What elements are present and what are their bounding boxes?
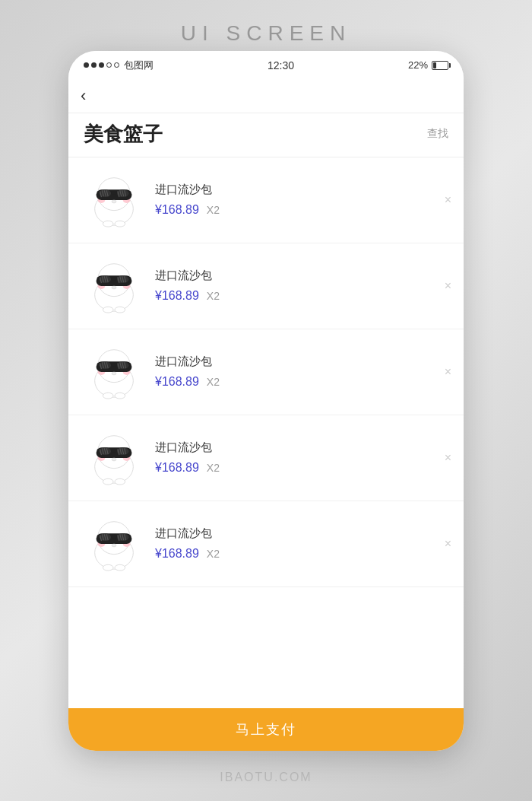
item-info: 进口流沙包 ¥168.89 X2: [144, 526, 448, 561]
character-illustration: [84, 170, 144, 230]
dot2: [91, 62, 97, 68]
item-image: [84, 256, 144, 316]
svg-point-35: [112, 286, 116, 289]
svg-point-56: [115, 393, 125, 399]
item-quantity: X2: [207, 204, 220, 216]
bottom-label: IBAOTU.COM: [220, 771, 312, 784]
item-price: ¥168.89: [155, 547, 199, 561]
dot5: [114, 62, 119, 68]
svg-rect-45: [111, 364, 117, 366]
battery-percent: 22%: [408, 59, 428, 71]
svg-point-37: [115, 307, 125, 313]
battery-fill: [433, 62, 436, 68]
item-name: 进口流沙包: [155, 183, 448, 197]
remove-item-button[interactable]: ×: [445, 537, 451, 551]
svg-point-92: [112, 544, 116, 547]
status-bar: 包图网 12:30 22%: [68, 51, 464, 80]
cart-item: 进口流沙包 ¥168.89 X2 ×: [68, 415, 464, 501]
cart-item: 进口流沙包 ¥168.89 X2 ×: [68, 329, 464, 415]
search-button[interactable]: 查找: [427, 127, 448, 141]
svg-rect-83: [111, 536, 117, 538]
svg-point-18: [115, 221, 125, 227]
item-price: ¥168.89: [155, 461, 199, 475]
svg-point-36: [103, 307, 113, 313]
dot1: [84, 62, 89, 68]
item-bottom: ¥168.89 X2: [155, 289, 448, 303]
item-info: 进口流沙包 ¥168.89 X2: [144, 269, 448, 303]
svg-point-17: [103, 221, 113, 227]
svg-rect-26: [111, 278, 117, 280]
item-bottom: ¥168.89 X2: [155, 461, 448, 475]
cart-item: 进口流沙包 ¥168.89 X2 ×: [68, 501, 464, 587]
svg-rect-64: [111, 450, 117, 452]
remove-item-button[interactable]: ×: [445, 279, 451, 293]
cart-item: 进口流沙包 ¥168.89 X2 ×: [68, 243, 464, 329]
pay-button-label: 马上支付: [236, 720, 296, 739]
page-label: UI SCREEN: [181, 21, 351, 46]
signal-dots: [84, 62, 119, 68]
character-illustration: [84, 514, 144, 574]
character-illustration: [84, 256, 144, 316]
item-image: [84, 428, 144, 488]
dot4: [106, 62, 112, 68]
remove-item-button[interactable]: ×: [445, 193, 451, 207]
svg-point-94: [115, 564, 125, 571]
item-price: ¥168.89: [155, 203, 199, 217]
character-illustration: [84, 342, 144, 402]
item-quantity: X2: [207, 548, 220, 560]
item-image: [84, 170, 144, 230]
item-bottom: ¥168.89 X2: [155, 547, 448, 561]
cart-list: 进口流沙包 ¥168.89 X2 ×: [68, 157, 464, 708]
item-bottom: ¥168.89 X2: [155, 375, 448, 389]
carrier-label: 包图网: [124, 59, 154, 72]
status-right: 22%: [408, 59, 448, 71]
item-image: [84, 342, 144, 402]
phone-frame: 包图网 12:30 22% ‹ 美食篮子 查找: [68, 51, 464, 751]
remove-item-button[interactable]: ×: [445, 365, 451, 379]
item-bottom: ¥168.89 X2: [155, 203, 448, 217]
remove-item-button[interactable]: ×: [445, 451, 451, 465]
item-image: [84, 513, 144, 574]
svg-point-54: [112, 372, 116, 375]
cart-item: 进口流沙包 ¥168.89 X2 ×: [68, 157, 464, 243]
item-name: 进口流沙包: [155, 269, 448, 283]
svg-rect-7: [111, 192, 117, 194]
item-quantity: X2: [207, 376, 220, 388]
item-quantity: X2: [207, 462, 220, 474]
svg-point-55: [103, 393, 113, 399]
svg-point-75: [115, 478, 125, 485]
item-info: 进口流沙包 ¥168.89 X2: [144, 183, 448, 217]
svg-point-74: [103, 478, 113, 485]
svg-point-93: [103, 564, 113, 571]
status-time: 12:30: [268, 59, 294, 72]
item-name: 进口流沙包: [155, 354, 448, 369]
svg-point-16: [112, 200, 116, 203]
item-quantity: X2: [207, 290, 220, 302]
battery-body: [432, 61, 448, 70]
page-title: 美食篮子: [84, 121, 163, 148]
item-info: 进口流沙包 ¥168.89 X2: [144, 440, 448, 475]
back-button[interactable]: ‹: [81, 86, 86, 106]
item-price: ¥168.89: [155, 289, 199, 303]
item-name: 进口流沙包: [155, 526, 448, 541]
pay-footer[interactable]: 马上支付: [68, 708, 464, 751]
item-price: ¥168.89: [155, 375, 199, 389]
character-illustration: [84, 428, 144, 488]
battery-icon: [432, 61, 448, 70]
item-info: 进口流沙包 ¥168.89 X2: [144, 354, 448, 389]
nav-bar: ‹: [68, 80, 464, 113]
dot3: [99, 62, 104, 68]
item-name: 进口流沙包: [155, 440, 448, 455]
header: 美食篮子 查找: [68, 113, 464, 157]
svg-point-73: [112, 458, 116, 461]
status-left: 包图网: [84, 59, 154, 72]
